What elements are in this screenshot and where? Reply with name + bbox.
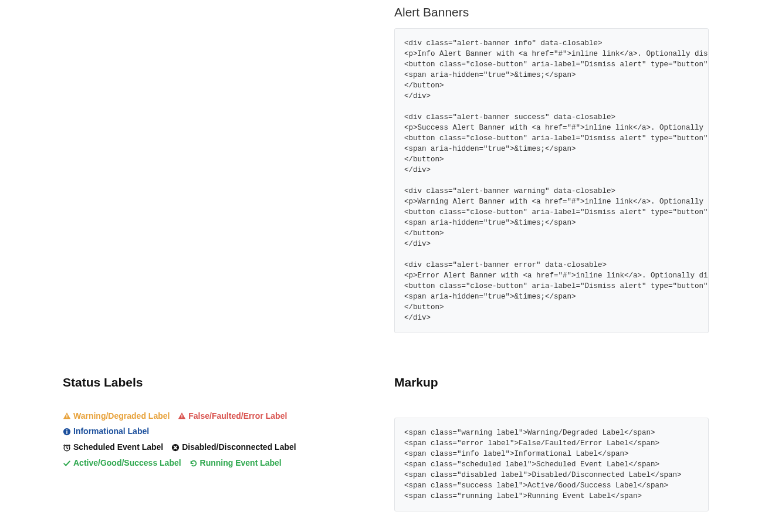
status-labels-code: <span class="warning label">Warning/Degr…	[394, 418, 709, 511]
status-labels-heading: Status Labels	[63, 374, 377, 390]
svg-rect-1	[66, 418, 67, 418]
disabled-circle-icon	[171, 443, 180, 452]
svg-rect-3	[182, 418, 182, 418]
label-text: Warning/Degraded Label	[73, 409, 170, 423]
label-text: Disabled/Disconnected Label	[182, 440, 296, 455]
alert-banners-heading: Alert Banners	[394, 4, 709, 20]
svg-rect-0	[66, 415, 67, 417]
info-circle-icon	[63, 428, 71, 436]
label-warning: Warning/Degraded Label	[63, 409, 170, 423]
label-text: Running Event Label	[200, 456, 282, 470]
alert-banners-code: <div class="alert-banner info" data-clos…	[394, 28, 709, 333]
label-scheduled: Scheduled Event Label	[63, 440, 163, 455]
svg-rect-6	[66, 429, 67, 431]
label-text: Active/Good/Success Label	[73, 456, 181, 470]
warning-triangle-icon	[63, 412, 71, 420]
status-labels-container: Warning/Degraded Label False/Faulted/Err…	[63, 409, 377, 472]
refresh-icon	[189, 459, 198, 467]
label-success: Active/Good/Success Label	[63, 456, 181, 470]
markup-heading: Markup	[394, 374, 709, 390]
label-text: Informational Label	[73, 425, 149, 439]
label-text: False/Faulted/Error Label	[188, 409, 287, 423]
label-info: Informational Label	[63, 425, 149, 439]
label-running: Running Event Label	[189, 456, 282, 470]
svg-rect-2	[182, 415, 182, 417]
check-icon	[63, 459, 71, 467]
label-text: Scheduled Event Label	[73, 440, 163, 455]
label-error: False/Faulted/Error Label	[178, 409, 287, 423]
clock-icon	[63, 443, 71, 452]
svg-rect-5	[66, 431, 67, 434]
label-disabled: Disabled/Disconnected Label	[171, 440, 296, 455]
error-triangle-icon	[178, 412, 186, 420]
